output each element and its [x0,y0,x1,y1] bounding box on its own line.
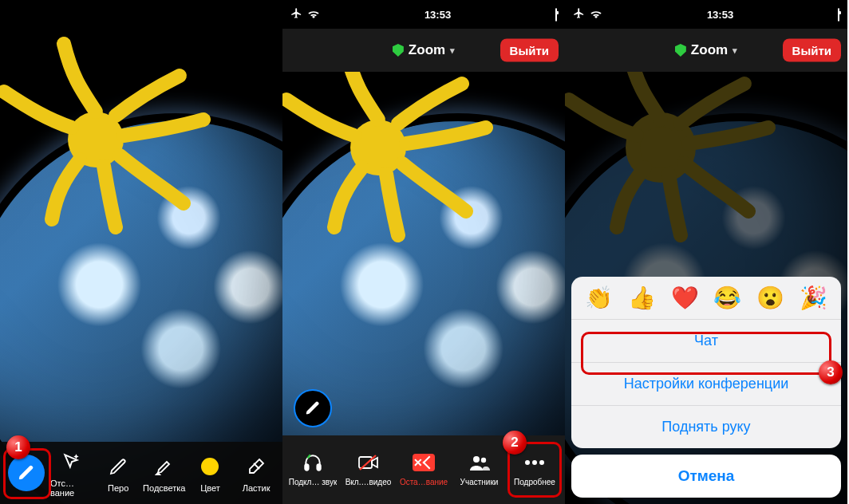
sparkle-cursor-icon [58,448,85,475]
highlight-label: Подсветка [143,483,185,493]
eraser-button[interactable]: Ластик [235,453,278,493]
annotate-pencil-button[interactable] [4,455,48,491]
annotate-toggle-button[interactable] [294,389,332,427]
reaction-wow[interactable]: 😮 [756,285,784,311]
action-sheet: 👏 👍 ❤️ 😂 😮 🎉 Чат Настройки конференции П… [571,277,841,498]
zoom-header: Zoom ▾ Выйти [565,29,847,72]
chevron-down-icon: ▾ [450,45,455,56]
eraser-label: Ластик [243,483,270,493]
pen-button[interactable]: Перо [97,453,140,493]
badge-3: 3 [819,360,843,384]
video-label: Вкл.…видео [346,478,392,486]
pencil-icon [8,455,45,491]
meeting-settings-option[interactable]: Настройки конференции [571,362,841,405]
zoom-title[interactable]: Zoom ▾ [675,42,737,58]
svg-point-6 [473,456,480,463]
svg-point-7 [480,457,485,462]
svg-rect-3 [317,464,320,471]
earth-image [0,75,282,504]
tracking-label: Отс…вание [50,478,94,498]
reaction-laugh[interactable]: 😂 [713,285,741,311]
shared-content [0,0,282,504]
reactions-row: 👏 👍 ❤️ 😂 😮 🎉 [571,277,841,319]
shared-content [282,0,565,504]
battery-icon [838,9,839,21]
audio-button[interactable]: Подкл… звук [287,451,338,486]
color-swatch-icon [196,453,223,480]
phone-screen-2: 13:53 Zoom ▾ Выйти [282,0,565,504]
leave-button[interactable]: Выйти [783,39,841,62]
video-off-icon [357,451,381,474]
wifi-icon [590,9,602,21]
zoom-header: Zoom ▾ Выйти [282,29,565,72]
chat-option[interactable]: Чат [571,319,841,362]
participants-button[interactable]: Участники [454,451,505,486]
chevron-down-icon: ▾ [733,45,737,56]
zoom-label: Zoom [691,42,728,58]
svg-point-10 [539,460,544,465]
battery-icon [555,9,557,21]
video-button[interactable]: Вкл.…видео [343,451,394,486]
pen-label: Перо [108,483,128,493]
color-button[interactable]: Цвет [188,453,232,493]
reaction-heart[interactable]: ❤️ [671,285,699,311]
cancel-option[interactable]: Отмена [571,455,841,498]
stop-share-icon: ✕ [412,451,436,474]
reaction-clap[interactable]: 👏 [585,285,613,311]
more-icon [523,451,547,474]
eraser-icon [243,453,270,480]
more-label: Подробнее [514,478,555,486]
phone-screen-3: 13:53 Zoom ▾ Выйти [565,0,847,504]
zoom-label: Zoom [409,42,445,58]
headphones-icon [301,451,325,474]
reaction-thumb[interactable]: 👍 [628,285,656,311]
highlighter-icon [151,453,178,480]
participants-label: Участники [460,478,499,486]
annotation-toolbar: Отс…вание Перо Подсветка Цвет Ластик [0,442,282,504]
svg-point-8 [525,460,530,465]
airplane-icon [573,7,585,22]
tracking-button[interactable]: Отс…вание [50,448,94,498]
shield-icon [393,44,404,57]
svg-point-9 [532,460,537,465]
svg-rect-2 [305,464,308,471]
action-sheet-group: 👏 👍 ❤️ 😂 😮 🎉 Чат Настройки конференции П… [571,277,841,448]
zoom-title[interactable]: Zoom ▾ [393,42,455,58]
badge-1: 1 [6,435,30,459]
shield-icon [675,44,686,57]
reaction-party[interactable]: 🎉 [800,285,827,311]
status-bar: 13:53 [282,0,565,29]
phone-screen-1: Отс…вание Перо Подсветка Цвет Ластик 1 [0,0,282,504]
leave-button[interactable]: Выйти [500,39,559,62]
clock: 13:53 [424,9,451,21]
more-button[interactable]: Подробнее [509,451,560,486]
status-bar: 13:53 [565,0,847,29]
stop-share-button[interactable]: ✕ Оста…вание [398,451,449,486]
wifi-icon [307,9,320,21]
highlight-button[interactable]: Подсветка [142,453,186,493]
airplane-icon [290,7,302,22]
clock: 13:53 [707,9,733,21]
audio-label: Подкл… звук [289,478,338,486]
raise-hand-option[interactable]: Поднять руку [571,405,841,448]
color-label: Цвет [200,483,220,493]
stop-share-label: Оста…вание [400,478,448,486]
svg-rect-4 [359,457,372,468]
participants-icon [468,451,492,474]
pen-icon [105,453,132,480]
badge-2: 2 [503,431,527,455]
